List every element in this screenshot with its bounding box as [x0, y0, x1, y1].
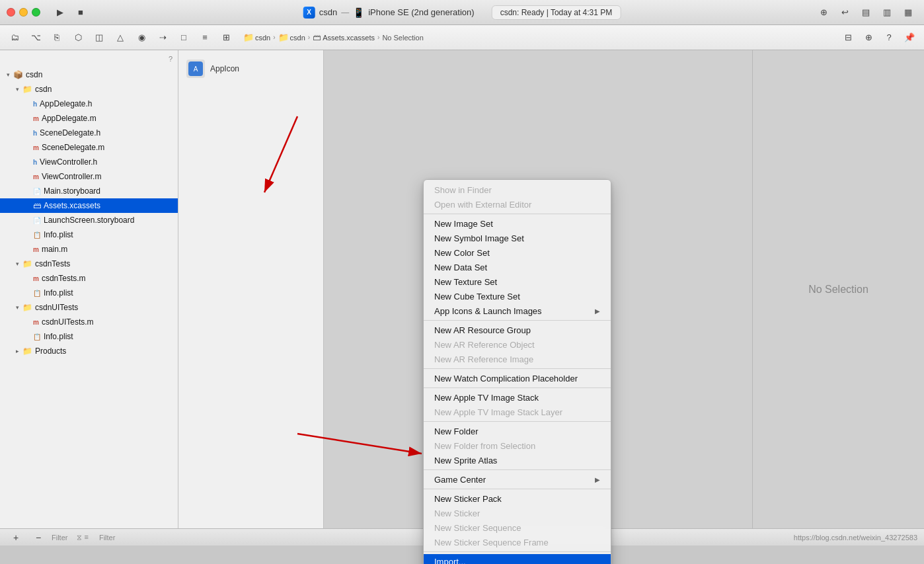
minimize-button[interactable] [19, 8, 28, 17]
expand-arrow-root: ▾ [4, 71, 12, 79]
sidebar-label-csdnuitests-m: csdnUITests.m [42, 317, 94, 327]
sidebar-item-csdn-root[interactable]: ▾ 📦 csdn [0, 67, 178, 82]
svg-text:A: A [194, 65, 198, 73]
menu-label-new-sticker-pack: New Sticker Pack [434, 494, 502, 504]
storyboard-icon-2: 📄 [33, 217, 41, 224]
app-name: csdn [319, 7, 337, 17]
add-tab-button[interactable]: ⊕ [814, 5, 833, 20]
sidebar-item-csdnuitests[interactable]: ▾ 📁 csdnUITests [0, 300, 178, 315]
sidebar-item-scenedelegate-m[interactable]: ▸ m SceneDelegate.m [0, 140, 178, 155]
sidebar-item-viewcontroller-m[interactable]: ▸ m ViewController.m [0, 169, 178, 184]
menu-item-new-sticker-seq-frame[interactable]: New Sticker Sequence Frame [424, 535, 611, 549]
close-button[interactable] [7, 8, 15, 17]
sidebar-item-products[interactable]: ▸ 📁 Products [0, 344, 178, 358]
inspector-no-selection: No Selection [808, 284, 868, 296]
m-file-icon-6: m [33, 319, 39, 326]
run-button[interactable]: ▶ [51, 5, 69, 20]
sidebar-item-csdn-folder[interactable]: ▾ 📁 csdn [0, 82, 178, 97]
asset-label-appicon: AppIcon [210, 64, 239, 73]
sidebar-item-csdntests-m[interactable]: ▸ m csdnTests.m [0, 271, 178, 286]
submenu-arrow-game-center: ▶ [595, 476, 600, 483]
sidebar-item-appdelegate-h[interactable]: ▸ h AppDelegate.h [0, 97, 178, 111]
breakpoints-icon[interactable]: ⬡ [69, 30, 87, 46]
menu-item-new-color-set[interactable]: New Color Set [424, 245, 611, 260]
sidebar-item-csdntests[interactable]: ▾ 📁 csdnTests [0, 257, 178, 271]
menu-label-new-ar-object: New AR Reference Object [434, 340, 535, 350]
menu-item-new-sprite-atlas[interactable]: New Sprite Atlas [424, 453, 611, 467]
menu-item-game-center[interactable]: Game Center ▶ [424, 472, 611, 487]
folder-nav-icon[interactable]: 🗂 [5, 30, 24, 46]
menu-item-new-image-set[interactable]: New Image Set [424, 216, 611, 231]
layout-button-1[interactable]: ▤ [857, 5, 875, 20]
inspector-toggle[interactable]: ⊟ [839, 30, 857, 46]
sidebar-item-assets[interactable]: ▸ 🗃 Assets.xcassets [0, 198, 178, 213]
content-area: A AppIcon No Selection No Selection Show… [178, 50, 924, 528]
stop-button[interactable]: ■ [71, 5, 90, 20]
issue-icon[interactable]: △ [111, 30, 130, 46]
menu-item-new-folder-selection[interactable]: New Folder from Selection [424, 438, 611, 453]
sidebar-item-csdnuitests-m[interactable]: ▸ m csdnUITests.m [0, 315, 178, 329]
menu-item-new-sticker[interactable]: New Sticker [424, 506, 611, 520]
context-menu: Show in Finder Open with External Editor… [423, 179, 611, 564]
menu-item-new-cube-texture[interactable]: New Cube Texture Set [424, 289, 611, 303]
sidebar-item-info-plist-tests[interactable]: ▸ 📋 Info.plist [0, 286, 178, 300]
menu-separator-3 [424, 368, 611, 369]
menu-label-new-color-set: New Color Set [434, 248, 490, 258]
add-file-button[interactable]: + [7, 530, 25, 545]
pin-icon[interactable]: 📌 [900, 30, 919, 46]
maximize-button[interactable] [32, 8, 40, 17]
sidebar-item-scenedelegate-h[interactable]: ▸ h SceneDelegate.h [0, 126, 178, 140]
menu-item-new-ar-image[interactable]: New AR Reference Image [424, 352, 611, 366]
sidebar-item-info-plist[interactable]: ▸ 📋 Info.plist [0, 227, 178, 242]
menu-item-open-external[interactable]: Open with External Editor [424, 197, 611, 212]
filter-options: ⧖ ≡ [77, 533, 88, 542]
breadcrumb-item-2[interactable]: csdn [290, 34, 305, 42]
device-icon[interactable]: □ [174, 30, 193, 46]
sidebar-help-icon[interactable]: ? [169, 55, 173, 63]
sidebar-label-main-m: main.m [42, 245, 67, 254]
help-icon[interactable]: ? [880, 30, 898, 46]
layout-button-3[interactable]: ▦ [899, 5, 917, 20]
menu-item-new-ar-group[interactable]: New AR Resource Group [424, 323, 611, 337]
remove-file-button[interactable]: − [29, 530, 48, 545]
back-button[interactable]: ↩ [835, 5, 854, 20]
bookmarks-icon[interactable]: ⎘ [48, 30, 66, 46]
menu-item-new-apple-tv-layer[interactable]: New Apple TV Image Stack Layer [424, 405, 611, 419]
asset-item-appicon[interactable]: A AppIcon [178, 56, 323, 82]
menu-separator-4 [424, 387, 611, 388]
breadcrumb-item-3[interactable]: Assets.xcassets [323, 34, 375, 42]
sidebar-item-viewcontroller-h[interactable]: ▸ h ViewController.h [0, 155, 178, 169]
add-inspector-icon[interactable]: ⊕ [859, 30, 878, 46]
sidebar-item-info-plist-uitests[interactable]: ▸ 📋 Info.plist [0, 329, 178, 344]
layout-button-2[interactable]: ▥ [878, 5, 896, 20]
sidebar-label-info-plist-tests: Info.plist [44, 288, 73, 298]
menu-item-import[interactable]: Import... [424, 554, 611, 564]
debug-icon[interactable]: ⇢ [153, 30, 172, 46]
menu-item-new-watch[interactable]: New Watch Complication Placeholder [424, 371, 611, 385]
menu-item-new-sticker-pack[interactable]: New Sticker Pack [424, 491, 611, 506]
report-icon[interactable]: ◫ [90, 30, 108, 46]
grid-icon[interactable]: ⊞ [217, 30, 235, 46]
test-icon[interactable]: ◉ [132, 30, 151, 46]
source-icon[interactable]: ≡ [196, 30, 214, 46]
menu-label-new-ar-image: New AR Reference Image [434, 354, 533, 364]
menu-item-new-apple-tv-stack[interactable]: New Apple TV Image Stack [424, 390, 611, 405]
source-control-icon[interactable]: ⌥ [26, 30, 45, 46]
menu-item-new-symbol-image-set[interactable]: New Symbol Image Set [424, 231, 611, 245]
sidebar-item-main-m[interactable]: ▸ m main.m [0, 242, 178, 257]
sidebar-item-appdelegate-m[interactable]: ▸ m AppDelegate.m [0, 111, 178, 126]
menu-item-show-in-finder[interactable]: Show in Finder [424, 182, 611, 197]
filter-input-area[interactable]: Filter [99, 534, 115, 542]
sidebar-item-main-storyboard[interactable]: ▸ 📄 Main.storyboard [0, 184, 178, 198]
menu-item-new-data-set[interactable]: New Data Set [424, 260, 611, 274]
menu-item-app-icons[interactable]: App Icons & Launch Images ▶ [424, 303, 611, 318]
menu-label-new-sticker-seq: New Sticker Sequence [434, 523, 521, 533]
xcode-icon: X [303, 7, 315, 19]
menu-item-new-sticker-seq[interactable]: New Sticker Sequence [424, 520, 611, 535]
breadcrumb-item-1[interactable]: csdn [255, 34, 270, 42]
menu-item-new-folder[interactable]: New Folder [424, 424, 611, 438]
sidebar-item-launchscreen[interactable]: ▸ 📄 LaunchScreen.storyboard [0, 213, 178, 227]
menu-item-new-texture-set[interactable]: New Texture Set [424, 274, 611, 289]
sidebar-label-viewcontroller-h: ViewController.h [40, 157, 97, 167]
menu-item-new-ar-object[interactable]: New AR Reference Object [424, 337, 611, 352]
